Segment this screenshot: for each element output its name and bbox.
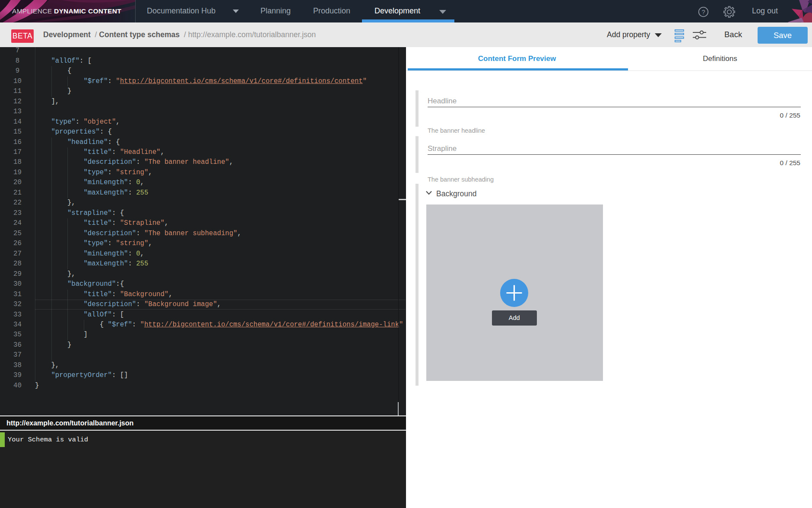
svg-text:?: ? xyxy=(701,9,705,16)
